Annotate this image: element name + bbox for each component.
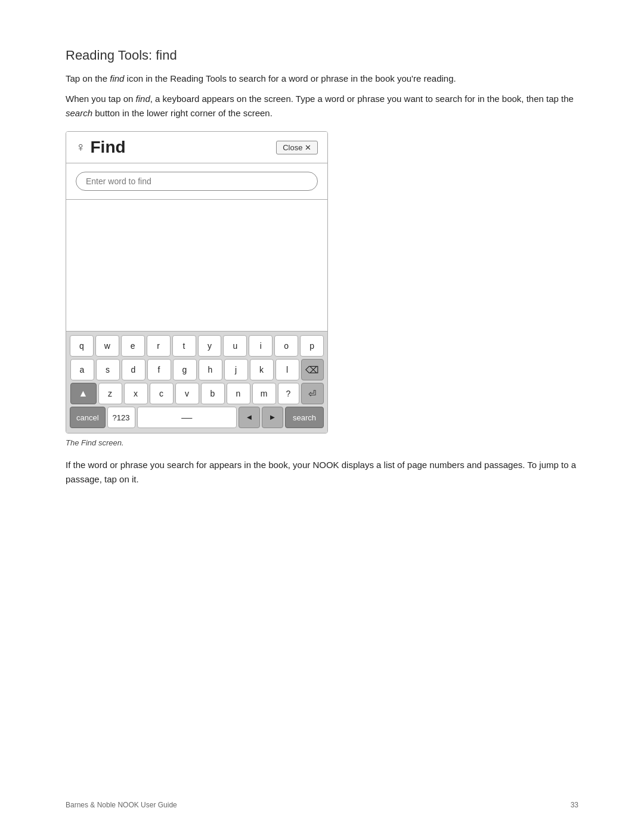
find-header: ♀ Find Close ✕ [66, 132, 327, 163]
caption: The Find screen. [66, 438, 578, 447]
key-question[interactable]: ? [278, 383, 299, 404]
section-title: Reading Tools: find [66, 48, 578, 63]
keyboard: q w e r t y u i o p a s d f g h j k [66, 331, 327, 433]
paragraph2: When you tap on find, a keyboard appears… [66, 92, 578, 120]
key-y[interactable]: y [198, 335, 222, 357]
paragraph1: Tap on the find icon in the Reading Tool… [66, 72, 578, 86]
key-o[interactable]: o [274, 335, 298, 357]
enter-key[interactable]: ⏎ [301, 383, 324, 404]
backspace-key[interactable]: ⌫ [301, 359, 324, 380]
paragraph3: If the word or phrase you search for app… [66, 458, 578, 487]
find-input[interactable] [76, 172, 318, 191]
key-t[interactable]: t [172, 335, 196, 357]
footer-left: Barnes & Noble NOOK User Guide [66, 801, 177, 809]
key-k[interactable]: k [250, 359, 274, 380]
find-input-area [66, 163, 327, 200]
close-button[interactable]: Close ✕ [276, 141, 318, 154]
footer: Barnes & Noble NOOK User Guide 33 [66, 801, 578, 809]
right-arrow-key[interactable]: ► [262, 407, 283, 428]
find-dialog: ♀ Find Close ✕ q w e r t y u i o p [66, 131, 328, 433]
key-h[interactable]: h [199, 359, 222, 380]
keyboard-row-1: q w e r t y u i o p [70, 335, 324, 357]
key-e[interactable]: e [121, 335, 145, 357]
search-icon: ♀ [76, 140, 86, 155]
footer-right: 33 [571, 801, 578, 809]
key-u[interactable]: u [223, 335, 247, 357]
keyboard-row-3: ▲ z x c v b n m ? ⏎ [70, 383, 324, 404]
key-z[interactable]: z [98, 383, 122, 404]
num-key[interactable]: ?123 [107, 407, 135, 428]
key-m[interactable]: m [252, 383, 276, 404]
find-content-area [66, 200, 327, 331]
cancel-key[interactable]: cancel [70, 407, 106, 428]
key-v[interactable]: v [175, 383, 199, 404]
key-n[interactable]: n [227, 383, 250, 404]
key-p[interactable]: p [300, 335, 324, 357]
key-r[interactable]: r [147, 335, 171, 357]
key-x[interactable]: x [124, 383, 148, 404]
key-c[interactable]: c [150, 383, 174, 404]
find-title: ♀ Find [76, 138, 126, 157]
key-l[interactable]: l [275, 359, 299, 380]
key-f[interactable]: f [147, 359, 171, 380]
shift-key[interactable]: ▲ [70, 383, 97, 404]
key-q[interactable]: q [70, 335, 94, 357]
keyboard-bottom-row: cancel ?123 ― ◄ ► search [70, 407, 324, 428]
key-i[interactable]: i [249, 335, 273, 357]
key-a[interactable]: a [70, 359, 94, 380]
key-w[interactable]: w [95, 335, 119, 357]
keyboard-row-2: a s d f g h j k l ⌫ [70, 359, 324, 380]
search-key[interactable]: search [285, 407, 324, 428]
find-title-label: Find [91, 138, 126, 157]
left-arrow-key[interactable]: ◄ [239, 407, 260, 428]
key-g[interactable]: g [173, 359, 197, 380]
space-key[interactable]: ― [137, 407, 237, 428]
key-j[interactable]: j [224, 359, 248, 380]
key-d[interactable]: d [122, 359, 145, 380]
key-s[interactable]: s [96, 359, 120, 380]
key-b[interactable]: b [201, 383, 225, 404]
